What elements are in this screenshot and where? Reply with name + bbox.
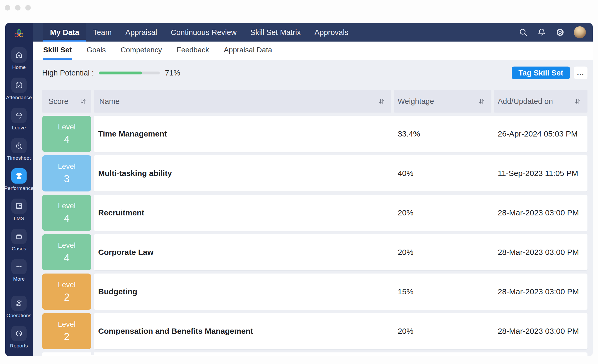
sidebar-item-label: Operations xyxy=(7,313,32,318)
window-control-dot[interactable] xyxy=(25,5,31,11)
subtab-competency[interactable]: Competency xyxy=(121,42,162,60)
sidebar-item-label: Reports xyxy=(10,343,28,349)
sidebar-item-label: Leave xyxy=(12,125,26,131)
level-badge[interactable]: Level 4 xyxy=(42,116,91,152)
level-badge[interactable]: Level 4 xyxy=(42,234,91,270)
skill-name: Budgeting xyxy=(94,287,394,296)
table-row-partial xyxy=(42,352,587,356)
attendance-icon xyxy=(11,78,27,93)
window-control-dot[interactable] xyxy=(15,5,21,11)
user-avatar[interactable] xyxy=(574,26,586,38)
table-header-row: ScoreNameWeightageAdd/Updated on xyxy=(42,90,587,113)
skill-set-table: ScoreNameWeightageAdd/Updated on Level 4… xyxy=(42,90,587,356)
skill-row-card[interactable]: Budgeting 15% 28-Mar-2023 03:00 PM xyxy=(94,274,587,310)
nav-tab-skill-set-matrix[interactable]: Skill Set Matrix xyxy=(243,23,308,42)
skill-weightage: 20% xyxy=(394,208,494,217)
level-badge-value: 4 xyxy=(64,134,69,145)
level-badge-label: Level xyxy=(58,162,76,171)
skill-name: Corporate Law xyxy=(94,248,394,257)
main-area: My DataTeamAppraisalContinuous ReviewSki… xyxy=(33,23,593,356)
skill-row-card[interactable]: Multi-tasking ability 40% 11-Sep-2023 11… xyxy=(94,155,587,191)
column-header-name[interactable]: Name xyxy=(94,90,391,113)
subtab-bar: Skill SetGoalsCompetencyFeedbackAppraisa… xyxy=(33,42,593,60)
skill-row-card[interactable]: Corporate Law 20% 28-Mar-2023 03:00 PM xyxy=(94,234,587,270)
home-icon xyxy=(11,47,27,63)
sort-icon[interactable] xyxy=(79,98,87,105)
level-badge-label: Level xyxy=(58,320,76,328)
sidebar-item-cases[interactable]: Cases xyxy=(11,229,27,252)
column-header-label: Name xyxy=(99,97,119,106)
high-potential-section: High Potential : 71% Tag Skill Set ... xyxy=(42,66,587,79)
sort-icon[interactable] xyxy=(378,98,385,105)
sidebar-item-reports[interactable]: Reports xyxy=(10,326,28,349)
level-badge-value: 4 xyxy=(64,213,69,224)
sidebar-item-performance[interactable]: Performance xyxy=(5,168,33,191)
sidebar-item-label: Cases xyxy=(12,246,26,252)
level-badge[interactable]: Level 2 xyxy=(42,313,91,349)
high-potential-progressbar xyxy=(99,72,160,74)
search-icon[interactable] xyxy=(519,28,528,37)
sort-icon[interactable] xyxy=(478,98,485,105)
level-badge[interactable]: Level 2 xyxy=(42,274,91,310)
skill-name: Multi-tasking ability xyxy=(94,169,394,178)
tag-skill-set-button[interactable]: Tag Skill Set xyxy=(512,67,570,79)
column-header-score[interactable]: Score xyxy=(42,90,91,113)
app-logo-icon[interactable] xyxy=(12,27,26,40)
sidebar: Home Attendance Leave Timesheet Performa… xyxy=(5,23,33,356)
reports-icon xyxy=(11,326,27,341)
column-header-label: Add/Updated on xyxy=(498,97,553,106)
subtab-goals[interactable]: Goals xyxy=(87,42,106,60)
more-options-button[interactable]: ... xyxy=(574,67,587,79)
level-badge-value: 2 xyxy=(64,331,69,342)
column-header-updated[interactable]: Add/Updated on xyxy=(494,90,587,113)
sidebar-item-timesheet[interactable]: Timesheet xyxy=(7,138,31,161)
subtab-skill-set[interactable]: Skill Set xyxy=(43,42,72,60)
nav-tab-appraisal[interactable]: Appraisal xyxy=(118,23,164,42)
window-controls xyxy=(5,5,31,11)
table-row: Level 3 Multi-tasking ability 40% 11-Sep… xyxy=(42,155,587,191)
skill-name: Recruitment xyxy=(94,208,394,217)
nav-tab-approvals[interactable]: Approvals xyxy=(308,23,355,42)
sidebar-item-label: Timesheet xyxy=(7,155,31,161)
sidebar-item-label: Attendance xyxy=(6,95,32,100)
sidebar-item-more[interactable]: More xyxy=(11,259,27,282)
skill-updated-on: 28-Mar-2023 03:00 PM xyxy=(494,208,587,217)
window-control-dot[interactable] xyxy=(5,5,10,11)
operations-icon xyxy=(11,296,27,311)
sidebar-item-label: LMS xyxy=(14,216,24,221)
skill-weightage: 33.4% xyxy=(394,129,494,138)
skill-updated-on: 28-Mar-2023 03:00 PM xyxy=(494,287,587,296)
column-header-weightage[interactable]: Weightage xyxy=(394,90,491,113)
level-badge[interactable]: Level 4 xyxy=(42,195,91,231)
sidebar-item-lms[interactable]: LMS xyxy=(11,199,27,221)
sidebar-item-operations[interactable]: Operations xyxy=(7,296,32,318)
nav-tab-continuous-review[interactable]: Continuous Review xyxy=(164,23,243,42)
lms-icon xyxy=(11,199,27,214)
skill-row-card[interactable]: Compensation and Benefits Management 20%… xyxy=(94,313,587,349)
skill-updated-on: 26-Apr-2024 05:03 PM xyxy=(494,129,587,138)
nav-tab-my-data[interactable]: My Data xyxy=(43,23,86,42)
level-badge-label: Level xyxy=(58,281,76,289)
subtab-feedback[interactable]: Feedback xyxy=(177,42,209,60)
level-badge[interactable]: Level 3 xyxy=(42,155,91,191)
skill-weightage: 20% xyxy=(394,327,494,336)
table-row: Level 4 Corporate Law 20% 28-Mar-2023 03… xyxy=(42,234,587,270)
subtab-appraisal-data[interactable]: Appraisal Data xyxy=(224,42,272,60)
level-badge-value: 3 xyxy=(64,173,69,185)
notifications-icon[interactable] xyxy=(537,28,546,37)
settings-icon[interactable] xyxy=(555,28,565,37)
sort-icon[interactable] xyxy=(574,98,581,105)
top-navigation: My DataTeamAppraisalContinuous ReviewSki… xyxy=(33,23,593,42)
skill-updated-on: 28-Mar-2023 03:00 PM xyxy=(494,327,587,336)
nav-tab-team[interactable]: Team xyxy=(86,23,118,42)
sidebar-item-leave[interactable]: Leave xyxy=(11,108,27,131)
level-badge-label: Level xyxy=(58,123,76,131)
sidebar-item-home[interactable]: Home xyxy=(11,47,27,70)
sidebar-item-attendance[interactable]: Attendance xyxy=(6,78,32,100)
level-badge-label: Level xyxy=(58,202,76,210)
sidebar-item-label: Performance xyxy=(5,185,33,191)
skill-row-card[interactable]: Time Management 33.4% 26-Apr-2024 05:03 … xyxy=(94,116,587,152)
skill-row-card[interactable]: Recruitment 20% 28-Mar-2023 03:00 PM xyxy=(94,195,587,231)
skill-updated-on: 28-Mar-2023 03:00 PM xyxy=(494,248,587,257)
cases-icon xyxy=(11,229,27,244)
